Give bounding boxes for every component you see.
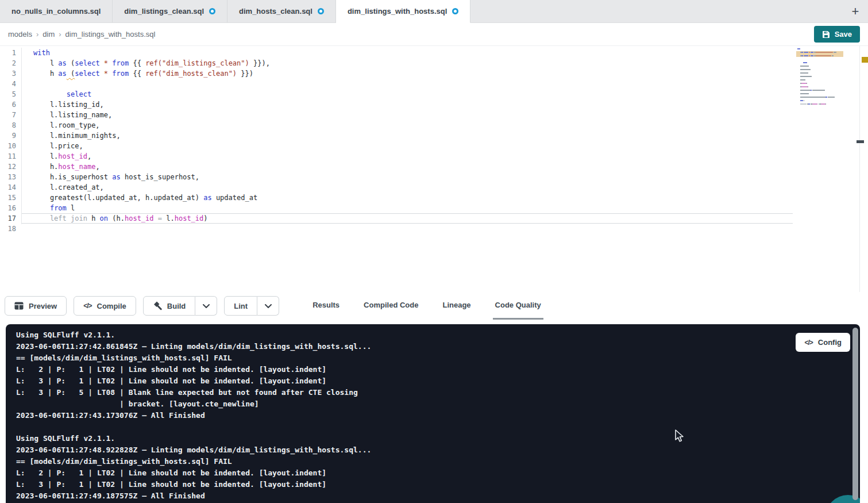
terminal-line [16,421,860,433]
minimap-token [800,66,809,67]
line-number: 1 [0,48,16,58]
lint-split-button: Lint [224,296,279,316]
code-token: l.room_type, [33,121,100,129]
code-line: h as (select * from {{ ref("dim_hosts_cl… [22,68,793,79]
save-button-label: Save [835,30,852,39]
line-number: 5 [0,89,16,99]
line-number: 17 [0,213,16,224]
code-token: h [33,70,58,78]
file-tab[interactable]: no_nulls_in_columns.sql [0,0,113,22]
code-token: from [50,204,67,212]
file-tab[interactable]: dim_listings_with_hosts.sql [336,0,470,23]
code-token: * [104,70,108,78]
line-number-gutter: 123456789101112131415161718 [0,48,16,234]
breadcrumb-bar: models›dim›dim_listings_with_hosts.sql S… [0,23,868,46]
file-tab[interactable]: dim_hosts_clean.sql [227,0,336,22]
line-number: 6 [0,99,16,110]
minimap-line [797,83,841,84]
code-line: l.minimum_nights, [22,130,793,141]
minimap-token [803,62,807,63]
lint-button[interactable]: Lint [224,296,257,316]
line-number: 8 [0,120,16,130]
build-dropdown-button[interactable] [195,296,217,316]
panel-tab-lineage[interactable]: Lineage [440,292,473,320]
code-token: l.listing_name, [33,111,112,119]
preview-button-label: Preview [29,302,57,310]
code-token: greatest(l.updated_at, h.updated_at) [33,194,203,202]
editor-toolbar: Preview </> Compile Build Lint [0,292,868,320]
minimap-token [801,83,806,84]
file-tab[interactable]: dim_listings_clean.sql [113,0,227,22]
line-number: 2 [0,58,16,68]
code-token: left join [33,214,87,222]
build-button-label: Build [167,302,186,310]
minimap-line [797,107,841,108]
code-token [100,59,104,67]
minimap-token [828,97,835,98]
build-button[interactable]: Build [143,296,196,316]
code-token: select [67,90,91,98]
code-token: host_is_superhost, [121,173,199,181]
code-token: select [75,59,99,67]
minimap-token [816,55,831,56]
code-token [100,70,104,78]
minimap-line [797,79,841,80]
minimap-token [812,103,817,105]
code-token: * [104,59,108,67]
new-tab-button[interactable]: + [843,0,868,22]
minimap-line [797,86,841,87]
minimap[interactable] [797,48,841,110]
unsaved-indicator-icon [318,8,324,14]
sql-editor[interactable]: 123456789101112131415161718 with l as (s… [0,46,868,292]
code-token: }}), [249,59,270,67]
code-token: l [67,204,75,212]
minimap-token [825,103,826,105]
overview-ruler-cursor-marker [857,140,864,143]
code-area[interactable]: with l as (select * from {{ ref("dim_lis… [22,48,793,234]
code-token: from [112,70,129,78]
compile-button-label: Compile [97,302,126,310]
minimap-line [797,100,841,101]
minimap-token [800,76,812,77]
code-token: }}) [237,70,253,78]
code-token: host_name [58,163,95,171]
minimap-token [800,103,807,105]
code-token [154,214,158,222]
terminal-scrollbar[interactable] [852,328,858,500]
line-number: 14 [0,182,16,193]
lint-dropdown-button[interactable] [257,296,279,316]
lint-warning-underline: ( [67,70,75,78]
line-number: 18 [0,224,16,234]
panel-tab-code-quality[interactable]: Code Quality [493,292,543,320]
code-token: host_id [175,214,204,222]
line-number: 15 [0,193,16,203]
terminal-line: 2023-06-06T11:27:48.922828Z – Linting mo… [16,444,860,456]
code-token: as [112,173,120,181]
minimap-line [797,72,841,74]
code-token: ( [67,59,75,67]
code-line: l.created_at, [22,182,793,193]
code-token: h.is_superhost [33,173,112,181]
code-line: l.host_id, [22,151,793,162]
chevron-down-icon [203,304,210,308]
line-number: 9 [0,130,16,141]
terminal-line: Using SQLFluff v2.1.1. [16,329,860,341]
minimap-line [797,90,841,91]
overview-ruler-divider [859,46,860,292]
save-button[interactable]: Save [814,26,860,43]
preview-button[interactable]: Preview [5,296,67,316]
minimap-line [797,93,841,94]
config-button-label: Config [818,338,842,347]
panel-tab-results[interactable]: Results [310,292,342,320]
code-token: l.listing_id, [33,101,104,109]
tab-bar: no_nulls_in_columns.sqldim_listings_clea… [0,0,868,23]
compile-button[interactable]: </> Compile [74,296,136,316]
line-number: 11 [0,151,16,162]
file-tab-label: dim_listings_clean.sql [124,7,204,16]
code-token: l. [162,214,175,222]
code-line: l.listing_name, [22,110,793,120]
panel-tab-compiled-code[interactable]: Compiled Code [361,292,421,320]
terminal-line: Using SQLFluff v2.1.1. [16,433,860,444]
config-button[interactable]: </> Config [796,333,850,352]
code-token: host_id [58,152,87,160]
